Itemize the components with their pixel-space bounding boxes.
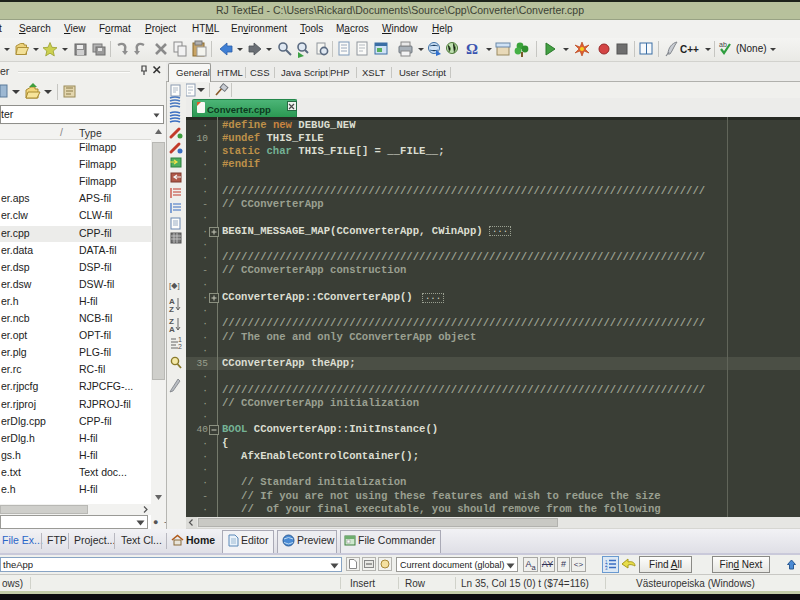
svg-text:ab: ab xyxy=(719,41,727,48)
svg-text:Z: Z xyxy=(169,305,174,314)
svg-text:(None): (None) xyxy=(736,43,767,54)
svg-text:Ω: Ω xyxy=(466,41,478,57)
svg-text:[◆]: [◆] xyxy=(169,281,180,290)
svg-text:2: 2 xyxy=(178,343,182,350)
svg-text:1: 1 xyxy=(178,336,182,343)
svg-text:A: A xyxy=(169,325,175,334)
svg-text:C++: C++ xyxy=(680,44,699,55)
svg-text:3: 3 xyxy=(605,566,608,570)
